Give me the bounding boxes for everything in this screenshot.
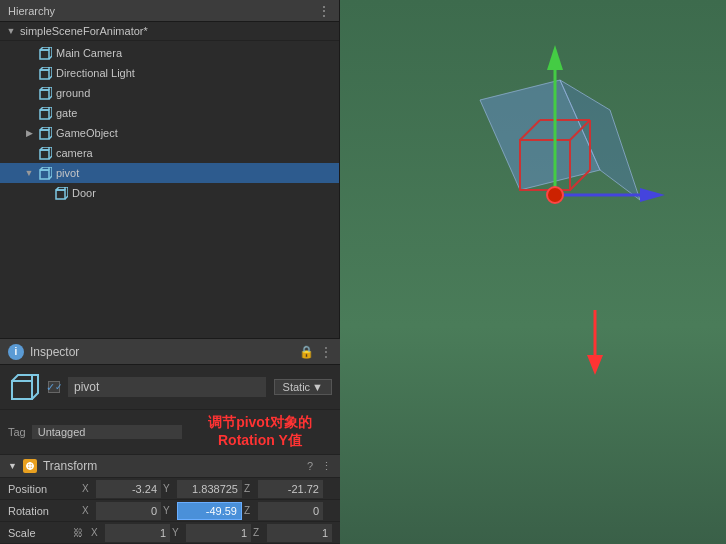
rotation-y-input[interactable] (177, 502, 242, 520)
rotation-xyz: X Y Z (82, 502, 332, 520)
scale-link-icon[interactable]: ⛓ (73, 527, 83, 538)
expand-arrow-pivot[interactable]: ▼ (24, 168, 34, 178)
scene-name-row: ▼ simpleSceneForAnimator* (0, 22, 339, 41)
scale-y-label: Y (172, 527, 184, 538)
inspector-lock-icon[interactable]: 🔒 (299, 345, 314, 359)
hierarchy-item-ground[interactable]: ground (0, 83, 339, 103)
svg-rect-3 (40, 70, 49, 79)
expand-arrow-gameobject[interactable]: ▶ (24, 128, 34, 138)
rotation-row: Rotation X Y Z (0, 500, 340, 522)
scene-view[interactable] (340, 0, 726, 544)
hierarchy-panel: Hierarchy ⋮ ▼ simpleSceneForAnimator* (0, 0, 340, 544)
cube-icon-gameobject (38, 126, 52, 140)
scale-xyz: X Y Z (91, 524, 332, 542)
item-label-camera: camera (56, 147, 93, 159)
transform-title: Transform (43, 459, 301, 473)
cube-icon-camera (38, 146, 52, 160)
svg-point-43 (547, 187, 563, 203)
svg-rect-6 (40, 90, 49, 99)
expand-placeholder (24, 48, 34, 58)
expand-placeholder-gate (24, 108, 34, 118)
item-label-pivot: pivot (56, 167, 79, 179)
expand-placeholder-dl (24, 68, 34, 78)
hierarchy-item-pivot[interactable]: ▼ pivot (0, 163, 339, 183)
scene-panel (340, 0, 726, 544)
hierarchy-item-camera[interactable]: camera (0, 143, 339, 163)
position-x-label: X (82, 483, 94, 494)
hierarchy-item-directional-light[interactable]: Directional Light (0, 63, 339, 83)
svg-rect-24 (12, 381, 32, 399)
scale-z-input[interactable] (267, 524, 332, 542)
object-cube-icon (8, 371, 40, 403)
cube-icon-door (54, 186, 68, 200)
transform-actions: ? ⋮ (307, 460, 332, 473)
transform-icon (23, 459, 37, 473)
hierarchy-item-gate[interactable]: gate (0, 103, 339, 123)
svg-rect-12 (40, 130, 49, 139)
svg-rect-21 (56, 190, 65, 199)
cube-icon-ground (38, 86, 52, 100)
item-label-gameobject: GameObject (56, 127, 118, 139)
inspector-panel: i Inspector 🔒 ⋮ (0, 338, 340, 544)
item-label-door: Door (72, 187, 96, 199)
hierarchy-item-gameobject[interactable]: ▶ GameObject (0, 123, 339, 143)
scene-title: simpleSceneForAnimator* (20, 25, 148, 37)
rotation-x-label: X (82, 505, 94, 516)
transform-header: ▼ Transform ? ⋮ (0, 455, 340, 478)
scale-x-label: X (91, 527, 103, 538)
cube-icon-directional-light (38, 66, 52, 80)
position-x-input[interactable] (96, 480, 161, 498)
tag-row: Tag 调节pivot对象的Rotation Y值 (0, 410, 340, 455)
inspector-menu-icon[interactable]: ⋮ (320, 345, 332, 359)
svg-rect-30 (340, 0, 726, 544)
expand-arrow-scene: ▼ (6, 26, 16, 36)
hierarchy-item-main-camera[interactable]: Main Camera (0, 43, 339, 63)
static-button[interactable]: Static ▼ (274, 379, 332, 395)
scale-y-input[interactable] (186, 524, 251, 542)
hierarchy-title: Hierarchy (8, 5, 311, 17)
transform-expand-arrow[interactable]: ▼ (8, 461, 17, 471)
position-row: Position X Y Z (0, 478, 340, 500)
tag-label: Tag (8, 426, 26, 438)
rotation-y-label: Y (163, 505, 175, 516)
rotation-z-input[interactable] (258, 502, 323, 520)
inspector-actions: 🔒 ⋮ (299, 345, 332, 359)
scale-x-input[interactable] (105, 524, 170, 542)
hierarchy-item-door[interactable]: Door (0, 183, 339, 203)
annotation-text: 调节pivot对象的Rotation Y值 (188, 414, 332, 450)
svg-rect-15 (40, 150, 49, 159)
rotation-label: Rotation (8, 505, 78, 517)
main-container: Hierarchy ⋮ ▼ simpleSceneForAnimator* (0, 0, 726, 544)
svg-rect-18 (40, 170, 49, 179)
cube-icon-gate (38, 106, 52, 120)
cube-icon-pivot (38, 166, 52, 180)
inspector-info-icon: i (8, 344, 24, 360)
expand-placeholder-g (24, 88, 34, 98)
tag-value-input[interactable] (32, 425, 182, 439)
scale-z-label: Z (253, 527, 265, 538)
cube-icon-main-camera (38, 46, 52, 60)
item-label-directional-light: Directional Light (56, 67, 135, 79)
transform-help-icon[interactable]: ? (307, 460, 313, 473)
transform-section: ▼ Transform ? ⋮ (0, 455, 340, 544)
hierarchy-menu-icon[interactable]: ⋮ (317, 3, 331, 19)
inspector-title: Inspector (30, 345, 293, 359)
scale-row: Scale ⛓ X Y Z (0, 522, 340, 544)
expand-placeholder-door (40, 188, 50, 198)
rotation-z-label: Z (244, 505, 256, 516)
position-y-input[interactable] (177, 480, 242, 498)
expand-placeholder-cam (24, 148, 34, 158)
object-name-input[interactable] (68, 377, 266, 397)
item-label-ground: ground (56, 87, 90, 99)
transform-settings-icon[interactable]: ⋮ (321, 460, 332, 473)
svg-rect-9 (40, 110, 49, 119)
position-xyz: X Y Z (82, 480, 332, 498)
object-header: ✓ Static ▼ (0, 365, 340, 410)
position-y-label: Y (163, 483, 175, 494)
position-label: Position (8, 483, 78, 495)
inspector-header: i Inspector 🔒 ⋮ (0, 339, 340, 365)
position-z-input[interactable] (258, 480, 323, 498)
rotation-x-input[interactable] (96, 502, 161, 520)
object-active-checkbox[interactable]: ✓ (48, 381, 60, 393)
item-label-main-camera: Main Camera (56, 47, 122, 59)
